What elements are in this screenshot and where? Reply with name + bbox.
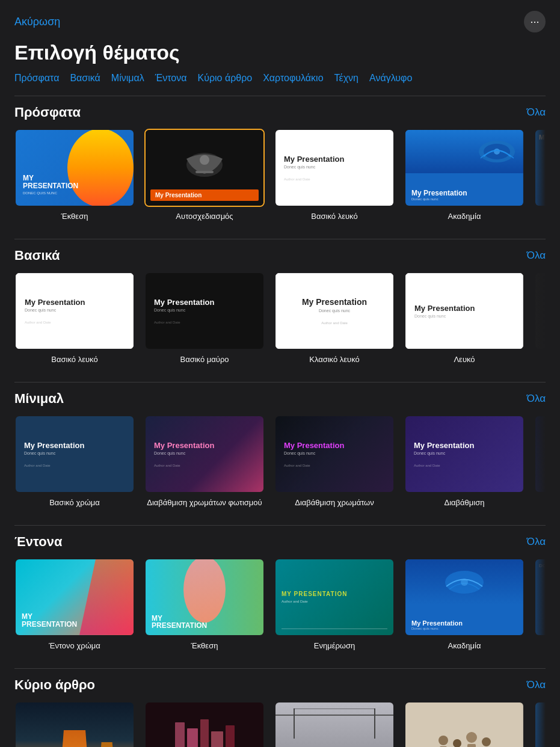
card-gradient-light-label: Διαβάθμιση χρωμάτων φωτισμού xyxy=(144,498,265,508)
card-art-books[interactable]: My Presentation Βιβλία xyxy=(144,701,265,747)
card-gradient[interactable]: My Presentation Donec quis nunc Author a… xyxy=(404,415,525,508)
card-recent-basic-white-thumb: My Presentation Donec quis nunc Author a… xyxy=(274,129,395,207)
tab-minimal[interactable]: Μίνιμαλ xyxy=(111,73,144,84)
card-autodraw-label: Αυτοσχεδιασμός xyxy=(144,212,265,222)
card-art-bridge[interactable]: Γέφυρα xyxy=(274,701,395,747)
tab-bold[interactable]: Έντονα xyxy=(155,73,187,84)
card-bold-academy[interactable]: My Presentation Donec quis nunc Ακαδημία xyxy=(404,558,525,651)
section-article-title: Κύριο άρθρο xyxy=(14,677,95,693)
page-title: Επιλογή θέματος xyxy=(0,38,560,73)
card-minimal-partial xyxy=(534,415,546,508)
card-exhibition[interactable]: MYPRESENTATION DONEC QUIS NUNC Έκθεση xyxy=(14,129,135,222)
bold-cards-wrapper: MYPRESENTATION Έντονο χρώμα MYPRESENTATI… xyxy=(14,558,546,654)
card-academy-thumb: My Presentation Donec quis nunc xyxy=(404,129,525,207)
tab-portfolio[interactable]: Χαρτοφυλάκιο xyxy=(263,73,323,84)
section-article-header: Κύριο άρθρο Όλα xyxy=(14,677,546,693)
basic-cards-row: My Presentation Donec quis nunc Author a… xyxy=(14,272,546,367)
card-article-partial xyxy=(534,701,546,747)
card-bold-partial: DONEC xyxy=(534,558,546,651)
card-color-basic[interactable]: My Presentation Donec quis nunc Author a… xyxy=(14,415,135,508)
card-minimal-partial-thumb xyxy=(534,415,546,493)
section-basic-title: Βασικά xyxy=(14,248,60,263)
card-gradient-light-thumb: My Presentation Donec quis nunc Author a… xyxy=(144,415,265,493)
section-bold-header: Έντονα Όλα xyxy=(14,534,546,550)
card-basic-partial-thumb xyxy=(534,272,546,350)
section-article: Κύριο άρθρο Όλα My Presentation Κτίριο xyxy=(0,671,560,747)
card-gradient-colors[interactable]: My Presentation Donec quis nunc Author a… xyxy=(274,415,395,508)
card-art-building-thumb: My Presentation xyxy=(14,701,135,747)
card-basic-white-thumb: My Presentation Donec quis nunc Author a… xyxy=(14,272,135,350)
basic-cards-wrapper: My Presentation Donec quis nunc Author a… xyxy=(14,272,546,367)
card-news[interactable]: MY PRESENTATION Author and Date Ενημέρωσ… xyxy=(274,558,395,651)
card-recent-basic-white-label: Βασικό λευκό xyxy=(274,212,395,222)
card-exhibition-thumb: MYPRESENTATION DONEC QUIS NUNC xyxy=(14,129,135,207)
svg-point-7 xyxy=(461,579,468,586)
card-academy[interactable]: My Presentation Donec quis nunc Ακαδημία xyxy=(404,129,525,222)
tab-art[interactable]: Τέχνη xyxy=(334,73,358,84)
card-bold-academy-thumb: My Presentation Donec quis nunc xyxy=(404,558,525,636)
card-classic-white[interactable]: My Presentation Donec quis nunc Author a… xyxy=(274,272,395,365)
card-recent-basic-white[interactable]: My Presentation Donec quis nunc Author a… xyxy=(274,129,395,222)
svg-point-5 xyxy=(494,149,500,155)
svg-point-1 xyxy=(200,155,209,165)
card-gradient-colors-label: Διαβάθμιση χρωμάτων xyxy=(274,498,395,508)
section-article-all[interactable]: Όλα xyxy=(527,679,546,691)
card-basic-black-label: Βασικό μαύρο xyxy=(144,355,265,365)
section-minimal-title: Μίνιμαλ xyxy=(14,391,64,407)
tab-recent[interactable]: Πρόσφατα xyxy=(14,73,59,84)
more-button[interactable]: ··· xyxy=(524,11,546,32)
card-art-kids[interactable]: Παιδιά xyxy=(404,701,525,747)
card-bold-partial-thumb: DONEC xyxy=(534,558,546,636)
card-basic-partial xyxy=(534,272,546,365)
section-recent-title: Πρόσφατα xyxy=(14,105,81,120)
divider-top xyxy=(14,96,546,96)
nav-tabs: Πρόσφατα Βασικά Μίνιμαλ Έντονα Κύριο άρθ… xyxy=(0,73,560,93)
section-recent-all[interactable]: Όλα xyxy=(527,106,546,118)
recent-cards-row: MYPRESENTATION DONEC QUIS NUNC Έκθεση xyxy=(14,129,546,224)
article-cards-wrapper: My Presentation Κτίριο xyxy=(14,701,546,747)
card-gradient-label: Διαβάθμιση xyxy=(404,498,525,508)
section-bold-all[interactable]: Όλα xyxy=(527,536,546,548)
card-color-basic-label: Βασικό χρώμα xyxy=(14,498,135,508)
card-basic-white-label: Βασικό λευκό xyxy=(14,355,135,365)
card-bold-exhibition-label: Έκθεση xyxy=(144,641,265,651)
card-article-partial-thumb xyxy=(534,701,546,747)
divider-minimal xyxy=(14,382,546,383)
card-recent-partial: MY xyxy=(534,129,546,222)
card-color-basic-thumb: My Presentation Donec quis nunc Author a… xyxy=(14,415,135,493)
card-recent-partial-thumb: MY xyxy=(534,129,546,207)
card-basic-black[interactable]: My Presentation Donec quis nunc Author a… xyxy=(144,272,265,365)
minimal-cards-row: My Presentation Donec quis nunc Author a… xyxy=(14,415,546,511)
card-basic-black-thumb: My Presentation Donec quis nunc Author a… xyxy=(144,272,265,350)
card-bold-exhibition[interactable]: MYPRESENTATION Έκθεση xyxy=(144,558,265,651)
card-autodraw-thumb: My Presentation xyxy=(144,129,265,207)
section-basic-header: Βασικά Όλα xyxy=(14,248,546,263)
card-art-building[interactable]: My Presentation Κτίριο xyxy=(14,701,135,747)
card-white[interactable]: My Presentation Donec quis nunc Λευκό xyxy=(404,272,525,365)
section-recent-header: Πρόσφατα Όλα xyxy=(14,105,546,120)
card-news-label: Ενημέρωση xyxy=(274,641,395,651)
bold-cards-row: MYPRESENTATION Έντονο χρώμα MYPRESENTATI… xyxy=(14,558,546,654)
card-bold-color[interactable]: MYPRESENTATION Έντονο χρώμα xyxy=(14,558,135,651)
header: Ακύρωση ··· xyxy=(0,0,560,38)
article-cards-row: My Presentation Κτίριο xyxy=(14,701,546,747)
card-autodraw[interactable]: My Presentation Αυτοσχεδιασμός xyxy=(144,129,265,222)
section-basic-all[interactable]: Όλα xyxy=(527,250,546,262)
cancel-button[interactable]: Ακύρωση xyxy=(14,16,60,28)
card-academy-label: Ακαδημία xyxy=(404,212,525,222)
card-gradient-light[interactable]: My Presentation Donec quis nunc Author a… xyxy=(144,415,265,508)
section-recent: Πρόσφατα Όλα MYPRESENTATION DONEC QUIS N… xyxy=(0,99,560,236)
minimal-cards-wrapper: My Presentation Donec quis nunc Author a… xyxy=(14,415,546,511)
more-icon: ··· xyxy=(530,16,539,28)
divider-bold xyxy=(14,525,546,526)
tab-basic[interactable]: Βασικά xyxy=(70,73,100,84)
card-bold-exhibition-thumb: MYPRESENTATION xyxy=(144,558,265,636)
card-exhibition-label: Έκθεση xyxy=(14,212,135,222)
divider-basic xyxy=(14,239,546,239)
tab-relief[interactable]: Ανάγλυφο xyxy=(369,73,412,84)
tab-article[interactable]: Κύριο άρθρο xyxy=(198,73,253,84)
card-basic-white[interactable]: My Presentation Donec quis nunc Author a… xyxy=(14,272,135,365)
card-gradient-thumb: My Presentation Donec quis nunc Author a… xyxy=(404,415,525,493)
section-basic: Βασικά Όλα My Presentation Donec quis nu… xyxy=(0,242,560,380)
section-minimal-all[interactable]: Όλα xyxy=(527,393,546,405)
